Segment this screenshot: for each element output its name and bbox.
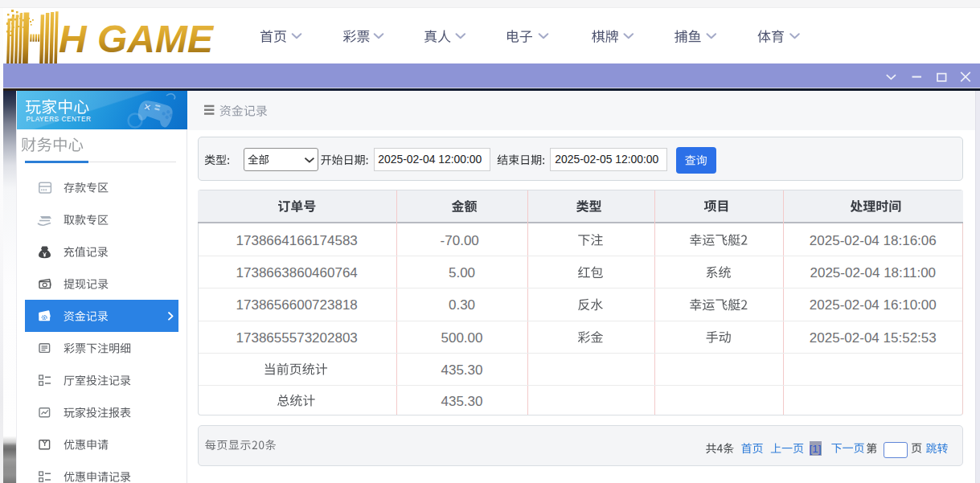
svg-text:1738656600723818: 1738656600723818: [236, 297, 358, 313]
svg-text:2025-02-04 12:00:00: 2025-02-04 12:00:00: [378, 153, 482, 166]
svg-text:1738663860460764: 1738663860460764: [236, 265, 358, 280]
svg-text:H GAME: H GAME: [59, 18, 215, 60]
svg-text:2025-02-04 16:10:00: 2025-02-04 16:10:00: [810, 297, 937, 313]
svg-text:500.00: 500.00: [441, 330, 483, 346]
svg-text:[1]: [1]: [809, 443, 821, 455]
svg-text:0.30: 0.30: [449, 297, 475, 313]
svg-text:435.30: 435.30: [441, 394, 483, 409]
svg-text:2025-02-04 18:11:00: 2025-02-04 18:11:00: [810, 265, 936, 280]
svg-text:1738664166174583: 1738664166174583: [236, 233, 358, 248]
svg-text:2025-02-05 12:00:00: 2025-02-05 12:00:00: [555, 153, 658, 166]
svg-text:-70.00: -70.00: [441, 233, 479, 248]
svg-text:2025-02-04 15:52:53: 2025-02-04 15:52:53: [810, 330, 937, 346]
svg-text:1738655573202803: 1738655573202803: [236, 330, 358, 346]
svg-text:2025-02-04 18:16:06: 2025-02-04 18:16:06: [810, 233, 937, 248]
svg-text:5.00: 5.00: [449, 265, 475, 280]
svg-text:435.30: 435.30: [441, 362, 483, 378]
svg-text:PLAYERS CENTER: PLAYERS CENTER: [27, 116, 92, 123]
